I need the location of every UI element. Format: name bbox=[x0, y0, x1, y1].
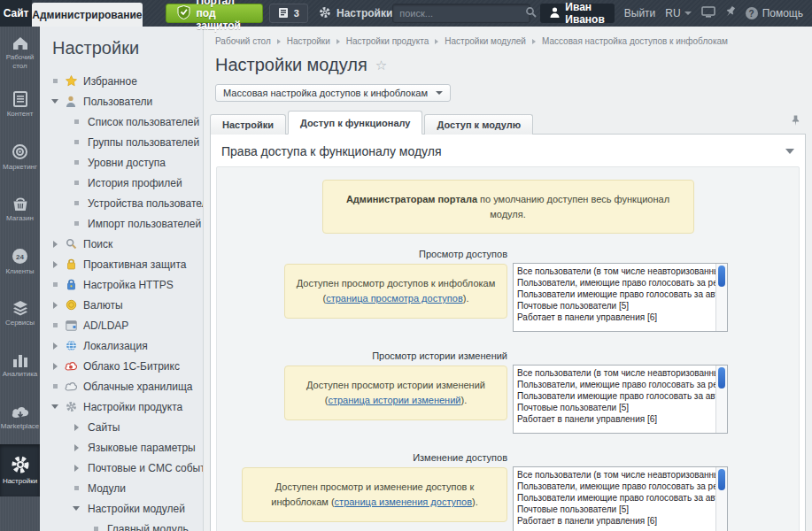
rail-item-content[interactable]: Контент bbox=[0, 79, 40, 131]
listbox-option[interactable]: Работает в панели управления [6] bbox=[514, 413, 715, 425]
topbar-settings-button[interactable]: Настройки bbox=[319, 0, 392, 27]
menu-item-user-import[interactable]: Импорт пользователей bbox=[40, 213, 203, 234]
chevron-down-icon bbox=[436, 91, 443, 95]
menu-item-users[interactable]: Пользователи bbox=[40, 91, 203, 112]
tab-settings[interactable]: Настройки bbox=[210, 114, 286, 135]
menu-item-ad-ldap[interactable]: AD/LDAP bbox=[40, 315, 203, 335]
tab-administration[interactable]: Администрирование bbox=[32, 3, 142, 27]
lock-icon bbox=[65, 258, 77, 270]
form-row-history-view: Просмотр истории изменений Доступен прос… bbox=[217, 350, 799, 434]
edit-access-listbox[interactable]: Все пользователи (в том числе неавторизо… bbox=[513, 466, 728, 531]
listbox-option[interactable]: Почтовые пользователи [5] bbox=[514, 504, 715, 515]
search-icon[interactable] bbox=[525, 5, 537, 21]
collapsed-icon bbox=[53, 302, 58, 309]
listbox-option[interactable]: Работает в панели управления [6] bbox=[514, 312, 715, 323]
scrollbar-thumb bbox=[718, 469, 725, 490]
cloud-icon bbox=[65, 381, 77, 391]
menu-item-bitrix-cloud[interactable]: Облако 1С-Битрикс bbox=[40, 356, 203, 376]
breadcrumb-item[interactable]: Настройки продукта bbox=[346, 36, 429, 46]
tab-functional-access[interactable]: Доступ к функционалу bbox=[288, 111, 422, 135]
pin-icon[interactable] bbox=[791, 114, 800, 130]
tab-module-access[interactable]: Доступ к модулю bbox=[424, 114, 533, 135]
cloud-download-icon bbox=[11, 405, 30, 419]
breadcrumb-item-current[interactable]: Массовая настройка доступов к инфоблокам bbox=[542, 36, 728, 46]
menu-item-main-module[interactable]: Главный модуль bbox=[40, 519, 203, 531]
notifications-button[interactable]: 3 bbox=[269, 4, 308, 23]
listbox-scrollbar[interactable] bbox=[715, 467, 727, 531]
document-icon bbox=[13, 91, 27, 107]
view-access-page-link[interactable]: страница просмотра доступов bbox=[326, 293, 463, 304]
form-row-edit-access: Изменение доступов Доступен просмотр и и… bbox=[217, 452, 799, 531]
portal-protected-button[interactable]: Портал под защитой bbox=[166, 4, 263, 23]
collapsed-icon bbox=[74, 444, 79, 451]
breadcrumb-item[interactable]: Настройки bbox=[287, 36, 330, 46]
breadcrumb: Рабочий стол Настройки Настройки продукт… bbox=[210, 27, 806, 50]
history-page-link[interactable]: страница истории изменений bbox=[328, 395, 460, 405]
listbox-option[interactable]: Почтовые пользователи [5] bbox=[514, 402, 715, 413]
hint-box: Доступен просмотр доступов к инфоблокам … bbox=[284, 264, 507, 319]
favorite-star-icon[interactable]: ☆ bbox=[375, 58, 387, 73]
rail-item-desktop[interactable]: Рабочий стол bbox=[0, 27, 40, 79]
menu-item-sites[interactable]: Сайты bbox=[40, 417, 203, 437]
layers-icon bbox=[12, 300, 29, 316]
rail-item-clients[interactable]: 24 Клиенты bbox=[0, 235, 40, 288]
listbox-option[interactable]: Пользователи имеющие право голосовать за… bbox=[514, 390, 715, 402]
pin-interface-icon[interactable] bbox=[725, 5, 736, 21]
breadcrumb-item[interactable]: Настройки модулей bbox=[445, 36, 526, 46]
help-button[interactable]: ? Помощь bbox=[746, 7, 803, 19]
menu-item-user-groups[interactable]: Группы пользователей bbox=[40, 132, 203, 152]
rail-item-analytics[interactable]: Аналитика bbox=[0, 340, 40, 392]
menu-item-https-settings[interactable]: Настройка HTTPS bbox=[40, 274, 203, 295]
menu-item-access-levels[interactable]: Уровни доступа bbox=[40, 152, 203, 173]
rail-item-services[interactable]: Сервисы bbox=[0, 288, 40, 340]
rail-item-marketplace[interactable]: Marketplace bbox=[0, 392, 40, 444]
rail-item-settings[interactable]: Настройки bbox=[0, 444, 40, 496]
hotkeys-icon[interactable] bbox=[701, 5, 715, 21]
rail-item-shop[interactable]: Магазин bbox=[0, 183, 40, 235]
menu-item-cloud-storages[interactable]: Облачные хранилища bbox=[40, 376, 203, 396]
tab-site[interactable]: Сайт bbox=[0, 0, 32, 27]
menu-item-language-params[interactable]: Языковые параметры bbox=[40, 437, 203, 458]
menu-item-user-list[interactable]: Список пользователей bbox=[40, 112, 203, 132]
menu-item-currencies[interactable]: Валюты bbox=[40, 295, 203, 315]
bar-chart-icon bbox=[12, 353, 28, 367]
module-select[interactable]: Массовая настройка доступов к инфоблокам bbox=[215, 84, 451, 102]
listbox-option[interactable]: Все пользователи (в том числе неавторизо… bbox=[514, 469, 715, 481]
menu-item-mail-sms-events[interactable]: Почтовые и СМС события bbox=[40, 458, 203, 478]
menu-item-modules[interactable]: Модули bbox=[40, 478, 203, 498]
menu-item-localization[interactable]: Локализация bbox=[40, 335, 203, 356]
listbox-option[interactable]: Все пользователи (в том числе неавторизо… bbox=[514, 266, 715, 277]
history-view-listbox[interactable]: Все пользователи (в том числе неавторизо… bbox=[513, 365, 728, 434]
logout-link[interactable]: Выйти bbox=[624, 7, 656, 19]
listbox-scrollbar[interactable] bbox=[715, 366, 727, 433]
rail-item-marketing[interactable]: Маркетинг bbox=[0, 131, 40, 183]
listbox-option[interactable]: Пользователи, имеющие право голосовать з… bbox=[514, 277, 715, 289]
menu-item-module-settings[interactable]: Настройки модулей bbox=[40, 498, 203, 519]
search-input[interactable] bbox=[399, 8, 525, 19]
cloud-red-icon bbox=[65, 361, 77, 371]
menu-item-favorites[interactable]: Избранное bbox=[40, 71, 203, 91]
current-user-button[interactable]: Иван Иванов bbox=[540, 4, 614, 23]
language-switcher[interactable]: RU bbox=[665, 7, 691, 19]
breadcrumb-item[interactable]: Рабочий стол bbox=[215, 36, 271, 46]
collapse-section-icon[interactable] bbox=[785, 149, 794, 154]
page-title: Настройки модуля bbox=[215, 55, 367, 75]
expanded-icon bbox=[73, 506, 80, 511]
menu-item-product-settings[interactable]: Настройки продукта bbox=[40, 396, 203, 417]
view-access-listbox[interactable]: Все пользователи (в том числе неавторизо… bbox=[513, 263, 728, 332]
edit-access-page-link[interactable]: страница изменения доступов bbox=[335, 496, 472, 507]
listbox-option[interactable]: Работает в панели управления [6] bbox=[514, 515, 715, 527]
menu-item-user-devices[interactable]: Устройства пользователей bbox=[40, 193, 203, 213]
shield-check-icon bbox=[177, 5, 190, 22]
listbox-option[interactable]: Пользователи, имеющие право голосовать з… bbox=[514, 481, 715, 492]
listbox-scrollbar[interactable] bbox=[715, 264, 727, 331]
listbox-option[interactable]: Все пользователи (в том числе неавторизо… bbox=[514, 367, 715, 379]
menu-item-search[interactable]: Поиск bbox=[40, 234, 203, 254]
menu-item-profile-history[interactable]: История профилей bbox=[40, 173, 203, 193]
expanded-icon bbox=[51, 99, 58, 104]
listbox-option[interactable]: Пользователи имеющие право голосовать за… bbox=[514, 289, 715, 300]
listbox-option[interactable]: Пользователи, имеющие право голосовать з… bbox=[514, 379, 715, 390]
listbox-option[interactable]: Почтовые пользователи [5] bbox=[514, 300, 715, 312]
menu-item-proactive-protection[interactable]: Проактивная защита bbox=[40, 254, 203, 274]
listbox-option[interactable]: Пользователи имеющие право голосовать за… bbox=[514, 492, 715, 504]
